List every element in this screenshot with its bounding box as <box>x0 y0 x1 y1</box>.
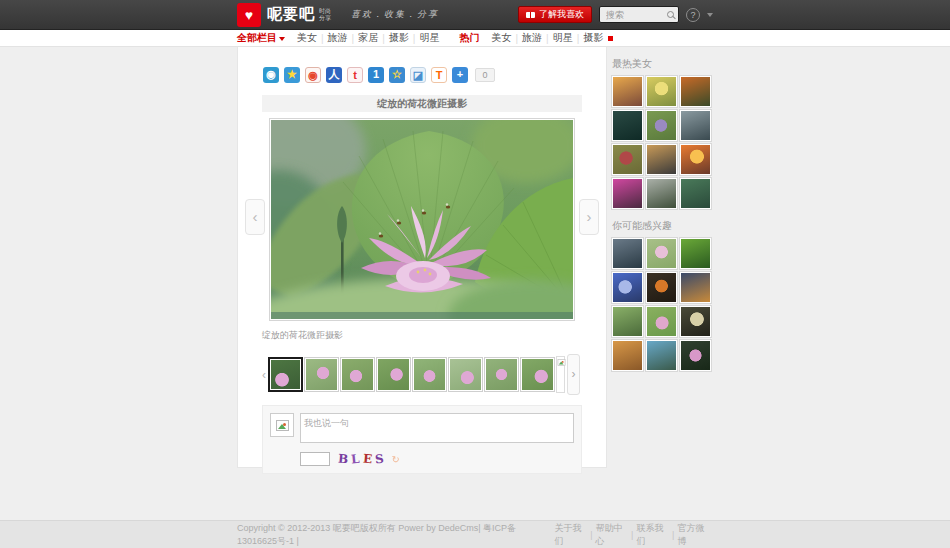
sidebar-thumb-river-rapids[interactable] <box>646 340 677 371</box>
more-share-icon[interactable]: + <box>452 67 468 83</box>
sidebar-thumb-orange-desert[interactable] <box>612 340 643 371</box>
sidebar-thumb-blue-flower[interactable] <box>612 272 643 303</box>
brand-tagline: 时尚 分享 <box>319 8 331 22</box>
help-button[interactable]: ? <box>686 8 700 22</box>
nav-link-1[interactable]: 美女 <box>293 31 321 45</box>
sidebar-thumb-orange-lily[interactable] <box>646 272 677 303</box>
strip-prev-button[interactable]: ‹ <box>262 368 266 382</box>
lotus-thumb-1[interactable] <box>268 357 303 392</box>
thumb-photo <box>378 359 409 390</box>
photo-caption: 绽放的荷花微距摄影 <box>262 329 582 342</box>
sidebar-thumb-yellow-flowers[interactable] <box>646 76 677 107</box>
nav-link-5[interactable]: 明星 <box>415 31 443 45</box>
hot-link-4[interactable]: 摄影 <box>579 31 607 45</box>
strip-next-button[interactable]: › <box>567 354 580 395</box>
captcha-input[interactable] <box>300 452 330 466</box>
lotus-thumb-4[interactable] <box>376 357 411 392</box>
sidebar-thumb-sunset-mountain[interactable] <box>612 76 643 107</box>
people-share-icon[interactable]: ◉ <box>263 67 279 83</box>
know-me-button-label: 了解我喜欢 <box>539 8 584 21</box>
main-content: ◉★◉人t1☆◪T+ 0 绽放的荷花微距摄影 <box>237 47 713 520</box>
sidebar-thumb-canyon-river[interactable] <box>680 178 711 209</box>
qzone-icon[interactable]: ★ <box>284 67 300 83</box>
footer-link-2[interactable]: 帮助中心 <box>592 522 631 548</box>
lotus-thumb-6[interactable] <box>448 357 483 392</box>
footer-link-1[interactable]: 关于我们 <box>552 522 591 548</box>
photo-share-icon[interactable]: ◪ <box>410 67 426 83</box>
heart-logo-icon: ♥ <box>245 8 253 22</box>
hot-link-2[interactable]: 旅游 <box>518 31 546 45</box>
gallery-card: ◉★◉人t1☆◪T+ 0 绽放的荷花微距摄影 <box>237 47 607 468</box>
thumbnail-list <box>268 357 556 392</box>
hot-thumbs-grid <box>612 76 713 209</box>
share-toolbar: ◉★◉人t1☆◪T+ 0 <box>238 47 606 95</box>
avatar <box>270 413 294 437</box>
sidebar-thumb-bird-on-branch[interactable] <box>680 76 711 107</box>
hot-link-3[interactable]: 明星 <box>549 31 577 45</box>
nav-link-2[interactable]: 旅游 <box>324 31 352 45</box>
brand-name[interactable]: 呢要吧 <box>267 5 315 24</box>
brand-tagline-line1: 时尚 <box>319 8 331 15</box>
lotus-thumb-5[interactable] <box>412 357 447 392</box>
sidebar-thumb-sunset-sun[interactable] <box>680 144 711 175</box>
thumbnail-partial[interactable] <box>556 356 565 393</box>
thumb-photo <box>342 359 373 390</box>
sidebar-thumb-pink-lotus-light[interactable] <box>646 238 677 269</box>
sidebar-thumb-lotus-dark[interactable] <box>680 340 711 371</box>
know-me-button[interactable]: 了解我喜欢 <box>518 6 592 23</box>
sidebar-thumb-dark-forest[interactable] <box>612 110 643 141</box>
sidebar-thumb-horse-on-hill[interactable] <box>680 238 711 269</box>
lotus-photo-illustration <box>271 120 573 319</box>
tencent-friend-icon[interactable]: 1 <box>368 67 384 83</box>
comment-input[interactable] <box>300 413 574 443</box>
search-box <box>599 6 679 23</box>
thumb-photo <box>486 359 517 390</box>
footer-link-4[interactable]: 官方微博 <box>674 522 713 548</box>
nav-link-3[interactable]: 家居 <box>354 31 382 45</box>
site-logo[interactable]: ♥ <box>237 3 261 27</box>
sidebar-thumb-magenta-flowers[interactable] <box>612 178 643 209</box>
hot-link-1[interactable]: 美女 <box>487 31 515 45</box>
all-categories-menu[interactable]: 全部栏目 <box>237 31 285 45</box>
captcha-image[interactable]: BLES <box>338 452 383 466</box>
captcha-refresh-icon[interactable]: ↻ <box>391 454 399 465</box>
sidebar-thumb-whale-tail[interactable] <box>680 110 711 141</box>
sidebar-thumb-dragonfly-bud[interactable] <box>612 306 643 337</box>
next-image-button[interactable]: › <box>579 199 599 235</box>
sina-weibo-icon[interactable]: ◉ <box>305 67 321 83</box>
taobao-share-icon[interactable]: T <box>431 67 447 83</box>
captcha-letter: L <box>350 452 360 467</box>
share-icons: ◉★◉人t1☆◪T+ <box>263 67 468 83</box>
sidebar-thumb-misty-mountains[interactable] <box>612 238 643 269</box>
main-photo[interactable] <box>269 118 575 321</box>
lotus-thumb-8[interactable] <box>520 357 555 392</box>
category-links: 美女|旅游|家居|摄影|明星 <box>293 31 443 45</box>
thumb-photo <box>271 360 300 389</box>
tencent-weibo-icon[interactable]: t <box>347 67 363 83</box>
comment-box: BLES ↻ <box>262 405 582 474</box>
sidebar-thumb-purple-flowers[interactable] <box>646 110 677 141</box>
search-icon[interactable] <box>667 11 674 18</box>
sidebar-thumb-plum-blossom[interactable] <box>612 144 643 175</box>
qq-favorite-icon[interactable]: ☆ <box>389 67 405 83</box>
sidebar-section2-title: 你可能感兴趣 <box>612 219 713 233</box>
book-icon <box>526 12 535 18</box>
footer-link-3[interactable]: 联系我们 <box>633 522 672 548</box>
sidebar-thumb-bridge-night[interactable] <box>680 272 711 303</box>
sidebar-thumb-pale-flower-dark[interactable] <box>680 306 711 337</box>
lotus-thumb-7[interactable] <box>484 357 519 392</box>
lotus-thumb-2[interactable] <box>304 357 339 392</box>
renren-icon[interactable]: 人 <box>326 67 342 83</box>
nav-link-4[interactable]: 摄影 <box>385 31 413 45</box>
gallery-title: 绽放的荷花微距摄影 <box>262 95 582 112</box>
sidebar-thumb-desert-dunes[interactable] <box>646 144 677 175</box>
captcha-letter: S <box>374 452 384 467</box>
sidebar-thumb-flock-landscape[interactable] <box>646 178 677 209</box>
sidebar-thumb-lotus-green[interactable] <box>646 306 677 337</box>
prev-image-button[interactable]: ‹ <box>245 199 265 235</box>
hot-label[interactable]: 热门 <box>459 31 479 45</box>
lotus-thumb-3[interactable] <box>340 357 375 392</box>
chevron-down-icon[interactable] <box>707 13 713 17</box>
category-navbar: 全部栏目 美女|旅游|家居|摄影|明星 热门 美女|旅游|明星|摄影 <box>0 30 950 47</box>
search-input[interactable] <box>604 9 667 21</box>
